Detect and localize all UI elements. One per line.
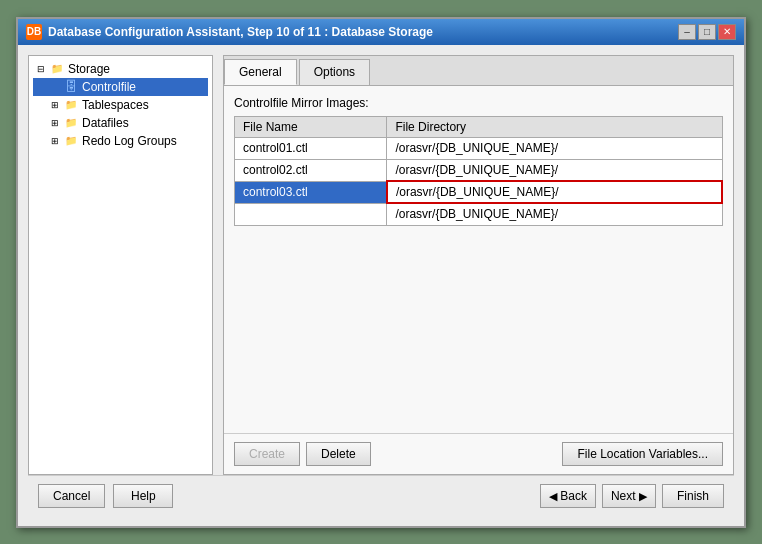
create-delete-buttons: Create Delete — [234, 442, 371, 466]
tree-item-redolog[interactable]: ⊞ 📁 Redo Log Groups — [33, 132, 208, 150]
tree-label-storage: Storage — [68, 62, 110, 76]
back-icon: ◀ — [549, 490, 557, 502]
title-bar: DB Database Configuration Assistant, Ste… — [18, 19, 744, 45]
folder-icon-redolog: 📁 — [63, 133, 79, 149]
expand-icon-controlfile — [49, 81, 61, 93]
cancel-button[interactable]: Cancel — [38, 484, 105, 508]
minimize-button[interactable]: – — [678, 24, 696, 40]
folder-icon-storage: 📁 — [49, 61, 65, 77]
cell-filename-1: control01.ctl — [235, 137, 387, 159]
cell-directory-3: /orasvr/{DB_UNIQUE_NAME}/ — [387, 181, 722, 203]
cell-filename-3: control03.ctl — [235, 181, 387, 203]
app-icon: DB — [26, 24, 42, 40]
create-button[interactable]: Create — [234, 442, 300, 466]
tree-item-datafiles[interactable]: ⊞ 📁 Datafiles — [33, 114, 208, 132]
window-controls: – □ ✕ — [678, 24, 736, 40]
next-icon: ▶ — [639, 490, 647, 502]
expand-icon-storage: ⊟ — [35, 63, 47, 75]
tree-item-storage[interactable]: ⊟ 📁 Storage — [33, 60, 208, 78]
tab-options[interactable]: Options — [299, 59, 370, 85]
table-row-selected[interactable]: control03.ctl /orasvr/{DB_UNIQUE_NAME}/ — [235, 181, 723, 203]
file-location-button[interactable]: File Location Variables... — [562, 442, 723, 466]
cell-directory-4: /orasvr/{DB_UNIQUE_NAME}/ — [387, 203, 722, 225]
folder-icon-tablespaces: 📁 — [63, 97, 79, 113]
cell-filename-4 — [235, 203, 387, 225]
cell-directory-1: /orasvr/{DB_UNIQUE_NAME}/ — [387, 137, 722, 159]
next-button[interactable]: Next ▶ — [602, 484, 656, 508]
table-label: Controlfile Mirror Images: — [234, 96, 723, 110]
finish-button[interactable]: Finish — [662, 484, 724, 508]
title-bar-left: DB Database Configuration Assistant, Ste… — [26, 24, 433, 40]
delete-button[interactable]: Delete — [306, 442, 371, 466]
table-row[interactable]: /orasvr/{DB_UNIQUE_NAME}/ — [235, 203, 723, 225]
table-area: Controlfile Mirror Images: File Name Fil… — [224, 86, 733, 433]
controlfile-table: File Name File Directory control01.ctl /… — [234, 116, 723, 226]
folder-icon-datafiles: 📁 — [63, 115, 79, 131]
window-title: Database Configuration Assistant, Step 1… — [48, 25, 433, 39]
main-window: DB Database Configuration Assistant, Ste… — [16, 17, 746, 528]
tree-label-redolog: Redo Log Groups — [82, 134, 177, 148]
help-button[interactable]: Help — [113, 484, 173, 508]
close-button[interactable]: ✕ — [718, 24, 736, 40]
window-body: ⊟ 📁 Storage 🗄 Controlfile ⊞ 📁 Tablespace… — [18, 45, 744, 526]
tree-item-tablespaces[interactable]: ⊞ 📁 Tablespaces — [33, 96, 208, 114]
col-header-directory: File Directory — [387, 116, 722, 137]
db-icon-controlfile: 🗄 — [63, 79, 79, 95]
tree-panel[interactable]: ⊟ 📁 Storage 🗄 Controlfile ⊞ 📁 Tablespace… — [28, 55, 213, 475]
footer-right-buttons: ◀ Back Next ▶ Finish — [540, 484, 724, 508]
expand-icon-datafiles: ⊞ — [49, 117, 61, 129]
table-row[interactable]: control02.ctl /orasvr/{DB_UNIQUE_NAME}/ — [235, 159, 723, 181]
tree-label-controlfile: Controlfile — [82, 80, 136, 94]
footer-left-buttons: Cancel Help — [38, 484, 173, 508]
tree-item-controlfile[interactable]: 🗄 Controlfile — [33, 78, 208, 96]
maximize-button[interactable]: □ — [698, 24, 716, 40]
expand-icon-redolog: ⊞ — [49, 135, 61, 147]
expand-icon-tablespaces: ⊞ — [49, 99, 61, 111]
main-content: ⊟ 📁 Storage 🗄 Controlfile ⊞ 📁 Tablespace… — [28, 55, 734, 475]
cell-filename-2: control02.ctl — [235, 159, 387, 181]
back-button[interactable]: ◀ Back — [540, 484, 596, 508]
footer: Cancel Help ◀ Back Next ▶ Finish — [28, 475, 734, 516]
panel-bottom-area: Create Delete File Location Variables... — [224, 433, 733, 474]
tabs-bar: General Options — [224, 56, 733, 86]
tab-general[interactable]: General — [224, 59, 297, 85]
col-header-filename: File Name — [235, 116, 387, 137]
right-panel: General Options Controlfile Mirror Image… — [223, 55, 734, 475]
table-row[interactable]: control01.ctl /orasvr/{DB_UNIQUE_NAME}/ — [235, 137, 723, 159]
cell-directory-2: /orasvr/{DB_UNIQUE_NAME}/ — [387, 159, 722, 181]
tree-label-datafiles: Datafiles — [82, 116, 129, 130]
tree-label-tablespaces: Tablespaces — [82, 98, 149, 112]
